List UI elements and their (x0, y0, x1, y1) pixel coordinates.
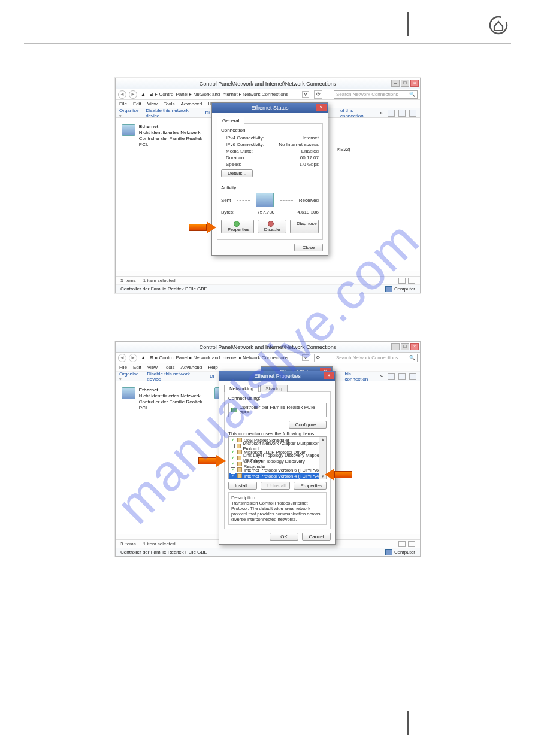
breadcrumb[interactable]: 🖳 ▸ Control Panel ▸ Network and Internet… (149, 92, 288, 97)
adapter-sub1: Nicht identifiziertes Netzwerk (139, 130, 211, 136)
uninstall-button: Uninstall (261, 482, 290, 490)
ethernet-properties-dialog: Ethernet Properties × Networking Sharing… (219, 371, 336, 545)
back-button[interactable]: ◄ (118, 90, 126, 99)
tab-networking[interactable]: Networking (224, 385, 259, 392)
up-icon[interactable]: ▲ (140, 92, 147, 97)
search-input[interactable]: Search Network Connections🔍 (334, 90, 418, 99)
ipv6-value: No Internet access (279, 142, 319, 147)
menu-advanced[interactable]: Advanced (181, 365, 202, 370)
menu-help[interactable]: Help (208, 365, 217, 370)
properties-button[interactable]: Properties (221, 220, 254, 233)
toolbar-diagnose-frag[interactable]: Di (210, 374, 214, 379)
sent-label: Sent (221, 198, 231, 203)
group-activity-label: Activity (221, 185, 319, 190)
toolbar-organise[interactable]: Organise (119, 108, 141, 119)
menu-advanced[interactable]: Advanced (181, 101, 202, 107)
cancel-button[interactable]: Cancel (302, 533, 331, 541)
list-item[interactable]: Internet Protocol Version 6 (TCP/IPv6) (244, 467, 321, 473)
ipv6-label: IPv6 Connectivity: (221, 142, 264, 147)
toolbar-disable[interactable]: Disable this network device (147, 371, 205, 382)
duration-value: 00:17:07 (300, 155, 319, 160)
menu-tools[interactable]: Tools (164, 365, 175, 370)
disable-button[interactable]: Disable (258, 220, 286, 233)
help-icon[interactable] (409, 110, 416, 117)
menu-file[interactable]: File (119, 365, 127, 370)
search-input[interactable]: Search Network Connections🔍 (334, 354, 418, 362)
view-icon-2[interactable] (398, 373, 406, 380)
toolbar-disable[interactable]: Disable this network device (146, 108, 200, 119)
view-icons (388, 373, 416, 380)
toolbar-diagnose-frag[interactable]: Di (205, 110, 210, 116)
refresh-button[interactable]: ⟳ (314, 354, 322, 362)
dialog-close-button[interactable]: × (324, 372, 334, 379)
adapter-ethernet[interactable]: Ethernet Nicht identifiziertes Netzwerk … (122, 124, 211, 148)
annotation-arrow-ipv4 (198, 455, 226, 467)
view-icon-1[interactable] (388, 373, 395, 380)
forward-button[interactable]: ► (129, 90, 137, 99)
tab-general[interactable]: General (217, 117, 244, 124)
annotation-arrow-item-properties (325, 469, 352, 481)
view-toggle-1[interactable] (398, 278, 406, 284)
screenshot-properties: Control Panel\Network and Internet\Netwo… (115, 341, 421, 557)
menu-edit[interactable]: Edit (133, 101, 141, 107)
adapter-sub1: Nicht identifiziertes Netzwerk (139, 393, 211, 399)
refresh-button[interactable]: ⟳ (314, 90, 322, 99)
details-bar: Controller der Familie Realtek PCIe GBE … (116, 548, 420, 556)
bytes-sent: 757,730 (234, 210, 297, 215)
window-title: Control Panel\Network and Internet\Netwo… (200, 81, 337, 87)
close-button[interactable]: × (410, 80, 419, 87)
dialog-close-button[interactable]: × (316, 104, 327, 111)
item-properties-button[interactable]: Properties (294, 482, 327, 490)
view-toggle-2[interactable] (408, 278, 415, 284)
configure-button[interactable]: Configure... (289, 421, 327, 429)
up-icon[interactable]: ▲ (140, 355, 147, 360)
minimize-button[interactable]: – (391, 343, 400, 350)
screenshot-status: Control Panel\Network and Internet\Netwo… (115, 78, 421, 293)
view-icon-2[interactable] (398, 110, 406, 117)
list-item-selected[interactable]: Internet Protocol Version 4 (TCP/IPv4) (244, 473, 321, 479)
toolbar-organise[interactable]: Organise (119, 371, 142, 382)
close-dialog-button[interactable]: Close (294, 244, 323, 251)
forward-button[interactable]: ► (129, 354, 137, 362)
dropdown-icon[interactable]: v (302, 354, 309, 361)
toolbar-fragment[interactable]: his connection (345, 371, 376, 382)
connect-using-label: Connect using: (228, 396, 327, 401)
search-icon: 🔍 (409, 355, 415, 360)
ok-button[interactable]: OK (270, 533, 298, 541)
breadcrumb[interactable]: 🖳 ▸ Control Panel ▸ Network and Internet… (149, 355, 288, 360)
tab-sharing[interactable]: Sharing (260, 385, 288, 392)
view-icon-1[interactable] (388, 110, 395, 117)
menu-file[interactable]: File (119, 101, 127, 107)
toolbar-fragment[interactable]: of this connection (340, 108, 376, 119)
menu-edit[interactable]: Edit (133, 365, 141, 370)
description-box: Description Transmission Control Protoco… (228, 492, 327, 525)
close-button[interactable]: × (410, 343, 419, 350)
dialog-title-bar: Ethernet Properties × (219, 371, 335, 381)
toolbar-more[interactable]: » (380, 374, 383, 379)
toolbar-more[interactable]: » (380, 110, 383, 116)
details-button[interactable]: Details... (221, 169, 253, 177)
ipv4-label: IPv4 Connectivity: (221, 135, 264, 141)
menu-view[interactable]: View (147, 365, 158, 370)
footer-separator (407, 711, 409, 735)
help-icon[interactable] (409, 373, 416, 380)
view-icons (388, 110, 416, 117)
menu-tools[interactable]: Tools (164, 101, 175, 107)
dropdown-icon[interactable]: v (302, 91, 309, 98)
back-button[interactable]: ◄ (118, 354, 126, 362)
view-toggle-2[interactable] (408, 541, 415, 547)
install-button[interactable]: Install... (228, 482, 257, 490)
search-icon: 🔍 (409, 92, 415, 97)
adapter-ethernet[interactable]: Ethernet Nicht identifiziertes Netzwerk … (122, 387, 211, 411)
diagnose-button[interactable]: Diagnose (290, 220, 319, 233)
details-text: Controller der Familie Realtek PCIe GBE (120, 549, 207, 555)
status-items: 3 items (120, 278, 136, 283)
media-label: Media State: (221, 148, 253, 154)
protocol-list[interactable]: ✓QoS Packet Scheduler Microsoft Network … (228, 436, 327, 479)
duration-label: Duration: (221, 155, 245, 160)
maximize-button[interactable]: □ (401, 343, 409, 350)
menu-view[interactable]: View (147, 101, 158, 107)
minimize-button[interactable]: – (391, 80, 400, 87)
view-toggle-1[interactable] (398, 541, 406, 547)
maximize-button[interactable]: □ (401, 80, 409, 87)
